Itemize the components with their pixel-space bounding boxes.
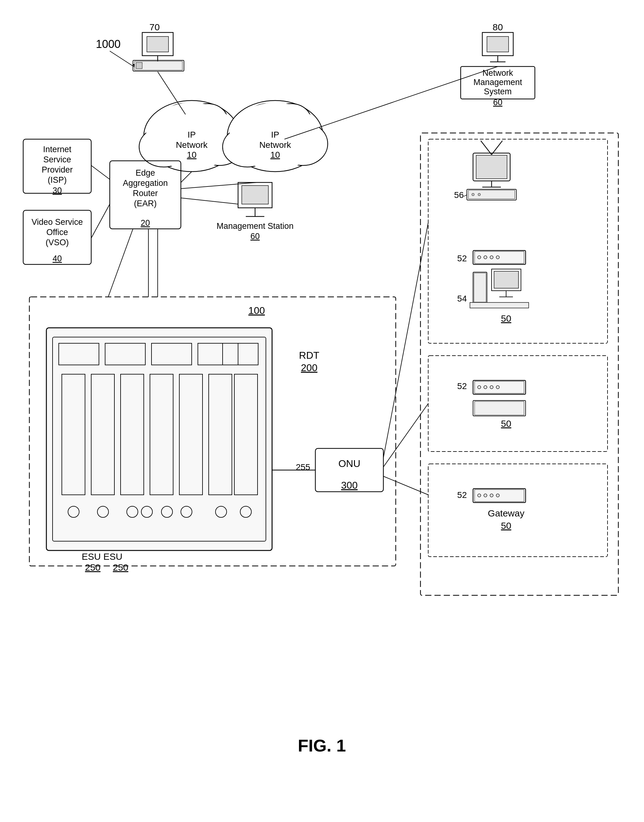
svg-text:200: 200 xyxy=(301,362,317,373)
svg-rect-11 xyxy=(487,37,509,52)
svg-text:Internet: Internet xyxy=(43,145,71,154)
svg-text:(EAR): (EAR) xyxy=(134,199,157,208)
svg-text:Network: Network xyxy=(176,140,208,150)
svg-text:30: 30 xyxy=(52,186,62,195)
label-esu1: ESU ESU xyxy=(81,551,123,561)
svg-rect-122 xyxy=(470,302,529,308)
svg-rect-102 xyxy=(476,155,507,179)
svg-text:Service: Service xyxy=(43,155,71,164)
svg-point-39 xyxy=(272,106,308,133)
label-gateway: Gateway xyxy=(488,508,524,518)
svg-point-107 xyxy=(472,193,474,196)
svg-text:Office: Office xyxy=(46,228,68,237)
svg-rect-119 xyxy=(494,271,518,288)
svg-point-108 xyxy=(478,193,480,196)
svg-rect-4 xyxy=(147,37,169,52)
label-pc-54: 54 xyxy=(457,294,467,304)
label-gateway-50: 50 xyxy=(501,520,511,531)
label-80: 80 xyxy=(492,22,503,32)
svg-text:(VSO): (VSO) xyxy=(46,238,69,247)
svg-point-26 xyxy=(189,106,224,133)
svg-rect-129 xyxy=(475,402,524,415)
label-nms-id: 60 xyxy=(493,98,502,107)
svg-text:40: 40 xyxy=(52,254,62,263)
fig-label: FIG. 1 xyxy=(298,736,346,755)
svg-text:60: 60 xyxy=(250,232,260,241)
svg-text:(ISP): (ISP) xyxy=(48,175,67,185)
label-100: 100 xyxy=(248,305,265,316)
label-stb3-52: 52 xyxy=(457,490,467,500)
svg-rect-58 xyxy=(242,186,268,204)
label-1000: 1000 xyxy=(96,38,121,51)
svg-text:ONU: ONU xyxy=(338,458,360,469)
svg-text:10: 10 xyxy=(187,150,196,159)
svg-text:Network: Network xyxy=(259,140,291,150)
svg-text:Edge: Edge xyxy=(135,168,155,178)
svg-text:250: 250 xyxy=(113,562,128,572)
svg-text:Router: Router xyxy=(133,189,158,198)
svg-text:Aggregation: Aggregation xyxy=(123,178,168,188)
svg-text:IP: IP xyxy=(271,130,279,140)
svg-rect-106 xyxy=(468,190,515,199)
svg-text:Management: Management xyxy=(473,78,522,87)
label-50-top: 50 xyxy=(501,313,511,324)
diagram-container: 1000 70 80 Network Management System 60 xyxy=(0,0,644,822)
label-stb1-52: 52 xyxy=(457,254,467,263)
label-56: 56 xyxy=(454,190,464,200)
svg-text:300: 300 xyxy=(341,480,357,491)
label-rdt: RDT xyxy=(299,350,319,361)
svg-text:Video Service: Video Service xyxy=(32,218,83,227)
label-255: 255 xyxy=(296,462,310,472)
svg-text:250: 250 xyxy=(85,562,100,572)
svg-text:IP: IP xyxy=(188,130,196,140)
label-70: 70 xyxy=(149,22,159,32)
label-mgmt-station: Management Station xyxy=(216,221,293,231)
svg-rect-9 xyxy=(136,63,142,69)
label-stb2-52: 52 xyxy=(457,381,467,391)
svg-text:System: System xyxy=(484,87,512,96)
svg-text:Provider: Provider xyxy=(42,165,73,175)
svg-text:20: 20 xyxy=(141,218,150,228)
label-50-mid: 50 xyxy=(501,419,511,429)
svg-text:10: 10 xyxy=(270,150,280,159)
svg-rect-117 xyxy=(474,273,486,302)
label-nms: Network xyxy=(482,68,513,78)
